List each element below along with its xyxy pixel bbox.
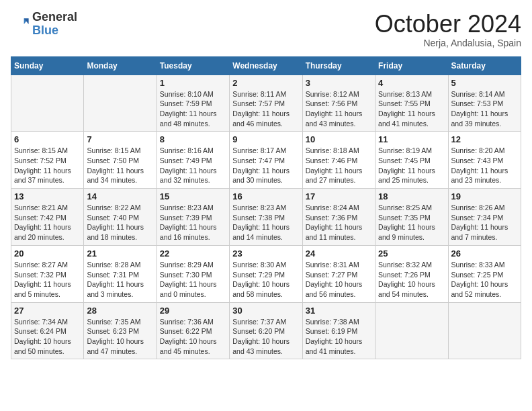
day-info: Sunrise: 7:37 AM Sunset: 6:20 PM Dayligh… (232, 317, 299, 357)
day-cell: 5Sunrise: 8:14 AM Sunset: 7:53 PM Daylig… (448, 75, 521, 132)
day-cell (11, 75, 84, 132)
day-number: 11 (378, 134, 445, 144)
day-number: 18 (378, 191, 445, 201)
day-info: Sunrise: 7:36 AM Sunset: 6:22 PM Dayligh… (160, 317, 226, 357)
day-info: Sunrise: 8:12 AM Sunset: 7:56 PM Dayligh… (306, 89, 372, 129)
day-cell: 18Sunrise: 8:25 AM Sunset: 7:35 PM Dayli… (375, 189, 448, 246)
day-cell: 14Sunrise: 8:22 AM Sunset: 7:40 PM Dayli… (84, 189, 157, 246)
day-info: Sunrise: 8:31 AM Sunset: 7:27 PM Dayligh… (306, 260, 372, 300)
day-number: 22 (160, 248, 226, 259)
day-number: 30 (232, 306, 299, 316)
day-cell: 20Sunrise: 8:27 AM Sunset: 7:32 PM Dayli… (11, 245, 84, 302)
day-number: 25 (378, 248, 445, 259)
day-info: Sunrise: 8:25 AM Sunset: 7:35 PM Dayligh… (378, 203, 445, 242)
day-cell: 10Sunrise: 8:18 AM Sunset: 7:46 PM Dayli… (302, 132, 375, 189)
day-cell: 23Sunrise: 8:30 AM Sunset: 7:29 PM Dayli… (230, 245, 302, 302)
day-number: 14 (87, 191, 153, 201)
day-cell: 13Sunrise: 8:21 AM Sunset: 7:42 PM Dayli… (11, 189, 84, 246)
day-number: 3 (306, 78, 372, 88)
day-info: Sunrise: 8:23 AM Sunset: 7:39 PM Dayligh… (160, 203, 226, 242)
day-number: 4 (378, 78, 445, 88)
day-info: Sunrise: 8:21 AM Sunset: 7:42 PM Dayligh… (14, 203, 81, 242)
logo-general: General (32, 11, 77, 24)
day-number: 1 (160, 78, 226, 88)
day-cell (375, 302, 448, 359)
day-number: 24 (306, 248, 372, 259)
day-cell (448, 302, 521, 359)
week-row-3: 13Sunrise: 8:21 AM Sunset: 7:42 PM Dayli… (11, 189, 521, 246)
day-info: Sunrise: 8:23 AM Sunset: 7:38 PM Dayligh… (232, 203, 299, 242)
day-number: 2 (232, 78, 299, 88)
day-cell: 21Sunrise: 8:28 AM Sunset: 7:31 PM Dayli… (84, 245, 157, 302)
day-info: Sunrise: 8:18 AM Sunset: 7:46 PM Dayligh… (306, 146, 372, 185)
day-info: Sunrise: 8:29 AM Sunset: 7:30 PM Dayligh… (160, 260, 226, 300)
day-info: Sunrise: 8:19 AM Sunset: 7:45 PM Dayligh… (378, 146, 445, 185)
header-cell-monday: Monday (84, 56, 157, 75)
day-cell: 19Sunrise: 8:26 AM Sunset: 7:34 PM Dayli… (448, 189, 521, 246)
header-cell-sunday: Sunday (11, 56, 84, 75)
day-cell: 9Sunrise: 8:17 AM Sunset: 7:47 PM Daylig… (230, 132, 302, 189)
day-cell: 6Sunrise: 8:15 AM Sunset: 7:52 PM Daylig… (11, 132, 84, 189)
day-cell: 3Sunrise: 8:12 AM Sunset: 7:56 PM Daylig… (302, 75, 375, 132)
header-cell-saturday: Saturday (448, 56, 521, 75)
week-row-5: 27Sunrise: 7:34 AM Sunset: 6:24 PM Dayli… (11, 302, 521, 359)
day-cell: 29Sunrise: 7:36 AM Sunset: 6:22 PM Dayli… (157, 302, 229, 359)
day-info: Sunrise: 8:15 AM Sunset: 7:50 PM Dayligh… (87, 146, 153, 185)
day-cell: 12Sunrise: 8:20 AM Sunset: 7:43 PM Dayli… (448, 132, 521, 189)
day-number: 10 (306, 134, 372, 144)
day-cell: 25Sunrise: 8:32 AM Sunset: 7:26 PM Dayli… (375, 245, 448, 302)
day-info: Sunrise: 7:34 AM Sunset: 6:24 PM Dayligh… (14, 317, 81, 357)
day-cell: 30Sunrise: 7:37 AM Sunset: 6:20 PM Dayli… (230, 302, 302, 359)
subtitle: Nerja, Andalusia, Spain (375, 38, 521, 48)
day-info: Sunrise: 8:26 AM Sunset: 7:34 PM Dayligh… (451, 203, 518, 242)
day-info: Sunrise: 8:32 AM Sunset: 7:26 PM Dayligh… (378, 260, 445, 300)
day-number: 15 (160, 191, 226, 201)
day-info: Sunrise: 8:10 AM Sunset: 7:59 PM Dayligh… (160, 89, 226, 129)
day-info: Sunrise: 8:22 AM Sunset: 7:40 PM Dayligh… (87, 203, 153, 242)
logo: General Blue (11, 11, 77, 38)
day-number: 9 (232, 134, 299, 144)
day-number: 28 (87, 306, 153, 316)
day-number: 13 (14, 191, 81, 201)
day-cell: 1Sunrise: 8:10 AM Sunset: 7:59 PM Daylig… (157, 75, 229, 132)
day-cell: 15Sunrise: 8:23 AM Sunset: 7:39 PM Dayli… (157, 189, 229, 246)
day-info: Sunrise: 7:35 AM Sunset: 6:23 PM Dayligh… (87, 317, 153, 357)
header-cell-friday: Friday (375, 56, 448, 75)
day-cell: 28Sunrise: 7:35 AM Sunset: 6:23 PM Dayli… (84, 302, 157, 359)
day-cell: 16Sunrise: 8:23 AM Sunset: 7:38 PM Dayli… (230, 189, 302, 246)
day-info: Sunrise: 8:27 AM Sunset: 7:32 PM Dayligh… (14, 260, 81, 300)
month-title: October 2024 (375, 11, 521, 38)
header-cell-tuesday: Tuesday (157, 56, 229, 75)
day-cell: 7Sunrise: 8:15 AM Sunset: 7:50 PM Daylig… (84, 132, 157, 189)
day-info: Sunrise: 8:28 AM Sunset: 7:31 PM Dayligh… (87, 260, 153, 300)
day-number: 16 (232, 191, 299, 201)
header: General Blue October 2024 Nerja, Andalus… (11, 11, 521, 48)
day-cell: 8Sunrise: 8:16 AM Sunset: 7:49 PM Daylig… (157, 132, 229, 189)
day-cell: 2Sunrise: 8:11 AM Sunset: 7:57 PM Daylig… (230, 75, 302, 132)
day-number: 23 (232, 248, 299, 259)
day-number: 20 (14, 248, 81, 259)
day-cell: 17Sunrise: 8:24 AM Sunset: 7:36 PM Dayli… (302, 189, 375, 246)
week-row-2: 6Sunrise: 8:15 AM Sunset: 7:52 PM Daylig… (11, 132, 521, 189)
day-number: 27 (14, 306, 81, 316)
header-cell-wednesday: Wednesday (230, 56, 302, 75)
day-number: 19 (451, 191, 518, 201)
day-info: Sunrise: 8:16 AM Sunset: 7:49 PM Dayligh… (160, 146, 226, 185)
day-number: 12 (451, 134, 518, 144)
day-cell: 4Sunrise: 8:13 AM Sunset: 7:55 PM Daylig… (375, 75, 448, 132)
day-cell: 22Sunrise: 8:29 AM Sunset: 7:30 PM Dayli… (157, 245, 229, 302)
week-row-4: 20Sunrise: 8:27 AM Sunset: 7:32 PM Dayli… (11, 245, 521, 302)
logo-blue: Blue (32, 24, 77, 38)
header-row: SundayMondayTuesdayWednesdayThursdayFrid… (11, 56, 521, 75)
day-info: Sunrise: 8:14 AM Sunset: 7:53 PM Dayligh… (451, 89, 518, 129)
day-info: Sunrise: 8:20 AM Sunset: 7:43 PM Dayligh… (451, 146, 518, 185)
day-number: 29 (160, 306, 226, 316)
title-area: October 2024 Nerja, Andalusia, Spain (375, 11, 521, 48)
day-cell: 11Sunrise: 8:19 AM Sunset: 7:45 PM Dayli… (375, 132, 448, 189)
day-number: 31 (306, 306, 372, 316)
day-info: Sunrise: 8:13 AM Sunset: 7:55 PM Dayligh… (378, 89, 445, 129)
day-cell (84, 75, 157, 132)
day-number: 7 (87, 134, 153, 144)
day-number: 6 (14, 134, 81, 144)
day-info: Sunrise: 8:11 AM Sunset: 7:57 PM Dayligh… (232, 89, 299, 129)
